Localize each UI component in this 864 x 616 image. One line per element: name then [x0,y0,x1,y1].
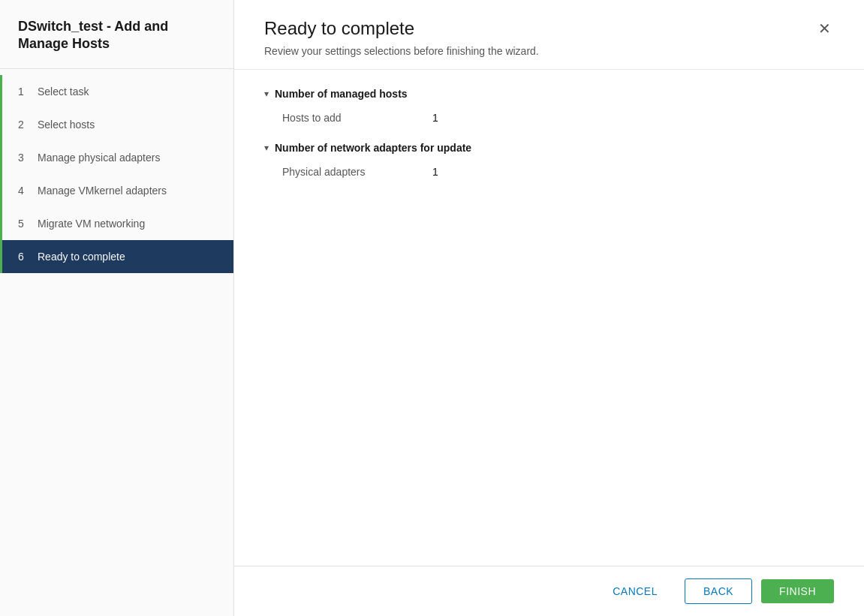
content-header: Ready to complete Review your settings s… [234,0,864,70]
step-number: 5 [18,218,30,230]
row-value: 1 [432,112,438,124]
row-value: 1 [432,166,438,178]
section-header-network-adapters: ▾ Number of network adapters for update [264,142,834,154]
section-row-0: Hosts to add 1 [264,109,834,127]
sidebar: DSwitch_test - Add and Manage Hosts 1 Se… [0,0,234,616]
finish-button[interactable]: FINISH [761,579,834,603]
row-label: Physical adapters [282,166,432,178]
step-label: Manage physical adapters [38,152,160,164]
dialog-title: DSwitch_test - Add and Manage Hosts [0,0,233,69]
step-label: Select hosts [38,119,95,131]
section-row-0: Physical adapters 1 [264,163,834,181]
section-managed-hosts: ▾ Number of managed hosts Hosts to add 1 [264,88,834,127]
sidebar-step-2[interactable]: 2 Select hosts [0,108,233,141]
cancel-button[interactable]: CANCEL [595,579,676,603]
step-number: 1 [18,86,30,98]
sidebar-step-4[interactable]: 4 Manage VMkernel adapters [0,174,233,207]
sidebar-step-6[interactable]: 6 Ready to complete [0,240,233,273]
steps-list: 1 Select task 2 Select hosts 3 Manage ph… [0,69,233,616]
page-title: Ready to complete [264,18,815,39]
step-number: 4 [18,185,30,197]
step-number: 3 [18,152,30,164]
section-title: Number of network adapters for update [275,142,471,154]
row-label: Hosts to add [282,112,432,124]
content-body: ▾ Number of managed hosts Hosts to add 1… [234,70,864,566]
collapse-icon[interactable]: ▾ [264,89,269,99]
main-content: Ready to complete Review your settings s… [234,0,864,616]
section-title: Number of managed hosts [275,88,408,100]
wizard-dialog: DSwitch_test - Add and Manage Hosts 1 Se… [0,0,864,616]
close-button[interactable]: ✕ [815,18,834,39]
step-number: 6 [18,251,30,263]
title-area: Ready to complete Review your settings s… [264,18,815,57]
sidebar-step-3[interactable]: 3 Manage physical adapters [0,141,233,174]
back-button[interactable]: BACK [685,578,752,604]
step-label: Manage VMkernel adapters [38,185,167,197]
step-label: Select task [38,86,89,98]
step-number: 2 [18,119,30,131]
step-label: Migrate VM networking [38,218,145,230]
sidebar-step-5[interactable]: 5 Migrate VM networking [0,207,233,240]
section-header-managed-hosts: ▾ Number of managed hosts [264,88,834,100]
page-subtitle: Review your settings selections before f… [264,45,815,57]
footer: CANCEL BACK FINISH [234,566,864,616]
sidebar-step-1[interactable]: 1 Select task [0,75,233,108]
step-label: Ready to complete [38,251,125,263]
collapse-icon[interactable]: ▾ [264,143,269,153]
section-network-adapters: ▾ Number of network adapters for update … [264,142,834,181]
